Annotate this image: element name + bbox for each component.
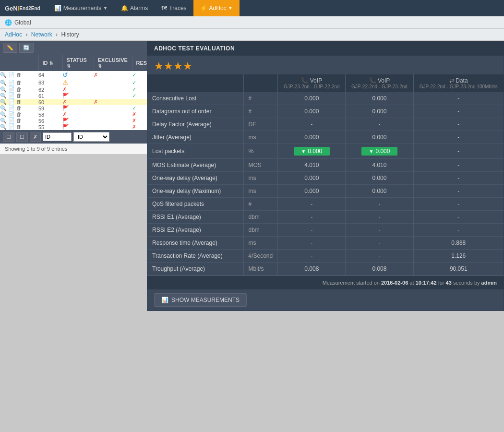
logo[interactable]: GeNiEnd2End xyxy=(5,5,40,12)
file-icon[interactable]: 📄 xyxy=(8,118,15,124)
col-voip1-header: 📞 VoIP GJP-23-2nd - GJP-22-2nd xyxy=(278,74,346,92)
table-section: ✏️ 🔄 ID ⇅ STATUS ⇅ EXCLUSIVE ⇅ RESULT ⇅ … xyxy=(0,41,504,154)
breadcrumb-network[interactable]: Network xyxy=(31,31,52,38)
file-icon[interactable]: 📄 xyxy=(8,111,15,118)
search-icon[interactable]: 🔍 xyxy=(0,105,7,111)
search-icon[interactable]: 🔍 xyxy=(0,93,7,99)
lost-packets-badge-2[interactable]: ▼ 0.000 xyxy=(361,147,397,156)
delete-icon[interactable]: 🗑 xyxy=(16,124,22,130)
alarm-icon: 🔔 xyxy=(121,5,128,12)
eval-row: Troughput (Average) Mbit/s 0.008 0.008 9… xyxy=(147,263,504,276)
eval-row: Transaction Rate (Average) #/Second - - … xyxy=(147,250,504,263)
modal-btn-area: 📊 SHOW MEASUREMENTS xyxy=(147,289,504,311)
show-measurements-button[interactable]: 📊 SHOW MEASUREMENTS xyxy=(154,293,247,307)
top-nav: GeNiEnd2End 📊 Measurements ▼ 🔔 Alarms 🗺 … xyxy=(0,0,504,16)
eval-row: QoS filtered packets # - - - xyxy=(147,198,504,211)
search-icon[interactable]: 🔍 xyxy=(0,118,7,124)
search-icon[interactable]: 🔍 xyxy=(0,124,7,130)
col-exclusive[interactable]: EXCLUSIVE ⇅ xyxy=(94,55,132,71)
col-unit-header xyxy=(243,74,278,92)
edit-button[interactable]: ✏️ xyxy=(3,43,17,53)
select-all-btn[interactable]: ☐ xyxy=(3,132,14,142)
eval-row: Delay Factor (Average) DF - - - xyxy=(147,118,504,131)
eval-row: MOS Estimate (Average) MOS 4.010 4.010 - xyxy=(147,159,504,172)
eval-row: One-way delay (Average) ms 0.000 0.000 - xyxy=(147,172,504,185)
eval-table: 📞 VoIP GJP-23-2nd - GJP-22-2nd 📞 VoIP GJ… xyxy=(147,74,504,276)
clear-filter-btn[interactable]: ✗ xyxy=(30,132,41,142)
file-icon[interactable]: 📄 xyxy=(8,72,15,78)
nav-traces[interactable]: 🗺 Traces xyxy=(155,0,193,16)
delete-icon[interactable]: 🗑 xyxy=(16,93,22,99)
global-bar: 🌐 Global xyxy=(0,16,504,29)
delete-icon[interactable]: 🗑 xyxy=(16,118,22,124)
eval-row: One-way delay (Maximum) ms 0.000 0.000 - xyxy=(147,185,504,198)
col-metric-header xyxy=(147,74,243,92)
refresh-button[interactable]: 🔄 xyxy=(19,43,34,53)
file-icon[interactable]: 📄 xyxy=(8,80,15,86)
nav-measurements[interactable]: 📊 Measurements ▼ xyxy=(48,0,114,16)
search-icon[interactable]: 🔍 xyxy=(0,72,7,78)
file-icon[interactable]: 📄 xyxy=(8,93,15,99)
modal-title: ADHOC TEST EVALUATION xyxy=(147,41,504,56)
delete-icon[interactable]: 🗑 xyxy=(16,80,22,86)
file-icon[interactable]: 📄 xyxy=(8,86,15,93)
eval-modal: ADHOC TEST EVALUATION ★★★★ 📞 VoIP GJP-23… xyxy=(147,41,504,311)
col-voip2-header: 📞 VoIP GJP-22-2nd - GJP-23-2nd xyxy=(346,74,413,92)
breadcrumb-current: History xyxy=(61,31,79,38)
modal-footer: Measurement started on 2016-02-06 at 10:… xyxy=(147,276,504,289)
search-icon[interactable]: 🔍 xyxy=(0,99,7,105)
delete-icon[interactable]: 🗑 xyxy=(16,105,22,111)
chart-bar-icon: 📊 xyxy=(161,297,168,303)
file-icon[interactable]: 📄 xyxy=(8,105,15,111)
delete-icon[interactable]: 🗑 xyxy=(16,111,22,118)
col-id[interactable]: ID ⇅ xyxy=(38,55,62,71)
delete-icon[interactable]: 🗑 xyxy=(16,99,22,105)
file-icon[interactable]: 📄 xyxy=(8,99,15,105)
filter-input[interactable] xyxy=(43,132,72,141)
col-status[interactable]: STATUS ⇅ xyxy=(62,55,94,71)
modal-stars: ★★★★ xyxy=(147,56,504,74)
eval-row: Response time (Average) ms - - 0.888 xyxy=(147,237,504,250)
eval-row: RSSI E2 (Average) dbm - - - xyxy=(147,224,504,237)
nav-adhoc[interactable]: ⚡ AdHoc ▼ xyxy=(193,0,240,16)
eval-row: Lost packets % ▼ 0.000 ▼ 0.000 - xyxy=(147,144,504,159)
eval-row: Datagrams out of order # 0.000 0.000 - xyxy=(147,105,504,118)
delete-icon[interactable]: 🗑 xyxy=(16,86,22,93)
eval-row: RSSI E1 (Average) dbm - - - xyxy=(147,211,504,224)
search-icon[interactable]: 🔍 xyxy=(0,86,7,93)
col-data-header: ⇄ Data GJP-22-2nd - GJP-23-2nd 100Mbit/s xyxy=(413,74,504,92)
search-icon[interactable]: 🔍 xyxy=(0,111,7,118)
chart-icon: 📊 xyxy=(54,5,61,12)
delete-icon[interactable]: 🗑 xyxy=(16,72,22,78)
globe-icon: 🌐 xyxy=(5,19,12,26)
traces-icon: 🗺 xyxy=(161,5,167,12)
search-icon[interactable]: 🔍 xyxy=(0,80,7,86)
eval-row: Jitter (Average) ms 0.000 0.000 - xyxy=(147,131,504,144)
select-none-btn[interactable]: ☐ xyxy=(16,132,28,142)
filter-select[interactable]: ID Status Template xyxy=(73,132,109,142)
lost-packets-badge-1[interactable]: ▼ 0.000 xyxy=(294,147,330,156)
file-icon[interactable]: 📄 xyxy=(8,124,15,130)
nav-alarms[interactable]: 🔔 Alarms xyxy=(114,0,155,16)
dropdown-icon: ▼ xyxy=(301,149,306,154)
breadcrumb: AdHoc › Network › History xyxy=(0,29,504,41)
col-actions xyxy=(0,55,38,71)
breadcrumb-adhoc[interactable]: AdHoc xyxy=(5,31,22,38)
adhoc-icon: ⚡ xyxy=(200,5,207,12)
eval-row: Consecutive Lost # 0.000 0.000 - xyxy=(147,92,504,105)
dropdown-icon: ▼ xyxy=(369,149,373,154)
